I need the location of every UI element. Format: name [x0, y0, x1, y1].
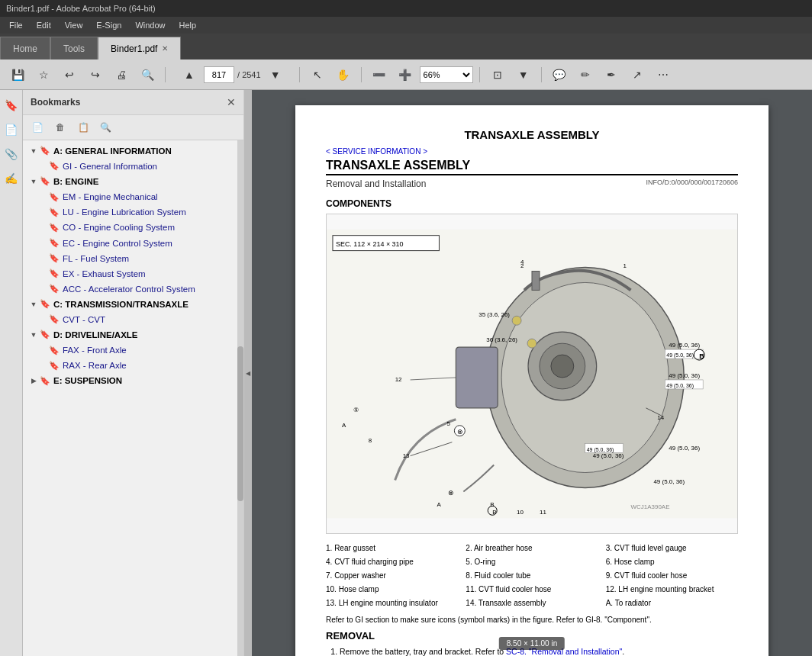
page-navigation: ▲ / 2541 ▼	[178, 64, 287, 85]
svg-text:11: 11	[540, 509, 546, 516]
svg-text:36 (3.6, 26): 36 (3.6, 26)	[486, 336, 517, 343]
signatures-panel-button[interactable]: ✍	[2, 169, 21, 188]
svg-text:13: 13	[403, 452, 410, 459]
sidebar-scroll-thumb[interactable]	[237, 346, 243, 501]
bookmark-label-lu: LU - Engine Lubrication System	[63, 206, 186, 218]
spacer-toggle-ex	[38, 268, 47, 280]
bookmark-item-a-general[interactable]: ▼ 🔖 A: GENERAL INFORMATION	[23, 143, 237, 159]
pdf-viewer[interactable]: TRANSAXLE ASSEMBLY < SERVICE INFORMATION…	[252, 90, 812, 656]
save-button[interactable]: 💾	[6, 64, 29, 85]
zoom-out-button[interactable]: ➖	[368, 64, 391, 85]
bookmark-item-ec[interactable]: 🔖 EC - Engine Control System	[32, 236, 237, 251]
title-bar-text: Binder1.pdf - Adobe Acrobat Pro (64-bit)	[6, 4, 156, 13]
menu-file[interactable]: File	[3, 19, 29, 31]
part-10: 10. Hose clamp	[326, 583, 458, 596]
menu-view[interactable]: View	[59, 19, 89, 31]
fit-button[interactable]: ⊡	[486, 64, 509, 85]
expand-icon-e[interactable]: ▶	[29, 375, 38, 387]
forward-button[interactable]: ↪	[84, 64, 107, 85]
bookmark-properties-button[interactable]: 📋	[73, 118, 93, 137]
next-page-button[interactable]: ▼	[264, 64, 287, 85]
bookmark-label-em: EM - Engine Mechanical	[63, 191, 158, 203]
bookmark-item-e-susp[interactable]: ▶ 🔖 E: SUSPENSION	[23, 373, 237, 388]
pdf-breadcrumb[interactable]: < SERVICE INFORMATION >	[326, 147, 738, 156]
bookmark-label-d-drive: D: DRIVELINE/AXLE	[53, 329, 138, 341]
zoom-in-button[interactable]: ➕	[394, 64, 417, 85]
sign-button[interactable]: ✒	[600, 64, 623, 85]
menu-edit[interactable]: Edit	[31, 19, 57, 31]
print-button[interactable]: 🖨	[110, 64, 133, 85]
bookmark-label-fax: FAX - Front Axle	[63, 344, 127, 356]
delete-bookmark-button[interactable]: 🗑	[50, 118, 70, 137]
bookmark-label-ec: EC - Engine Control System	[63, 237, 172, 249]
bookmark-item-rax[interactable]: 🔖 RAX - Rear Axle	[32, 358, 237, 373]
new-bookmark-button[interactable]: 📄	[27, 118, 47, 137]
svg-text:4: 4	[520, 259, 524, 265]
bookmark-item-c-trans[interactable]: ▼ 🔖 C: TRANSMISSION/TRANSAXLE	[23, 297, 237, 312]
bookmark-item-cvt[interactable]: 🔖 CVT - CVT	[32, 312, 237, 327]
collapse-icon-b[interactable]: ▼	[29, 175, 38, 188]
collapse-icon-c[interactable]: ▼	[29, 298, 38, 310]
bookmark-icon-b: 🔖	[40, 175, 50, 188]
collapse-icon-d[interactable]: ▼	[29, 329, 38, 341]
menu-help[interactable]: Help	[173, 19, 203, 31]
toolbar-separator-3	[361, 67, 362, 82]
bookmark-label-b-engine: B: ENGINE	[53, 175, 98, 188]
bookmark-item-b-engine[interactable]: ▼ 🔖 B: ENGINE	[23, 174, 237, 189]
collapse-icon[interactable]: ▼	[29, 145, 38, 157]
breadcrumb-link[interactable]: < SERVICE INFORMATION >	[326, 147, 427, 156]
tab-pdf[interactable]: Binder1.pdf ✕	[98, 37, 181, 59]
fit-dropdown-button[interactable]: ▼	[512, 64, 535, 85]
comment-button[interactable]: 💬	[548, 64, 571, 85]
prev-page-button[interactable]: ▲	[178, 64, 201, 85]
page-number-input[interactable]	[204, 66, 234, 83]
zoom-select[interactable]: 66% 50% 75% 100% 125% 150%	[420, 66, 473, 83]
pdf-components-label: COMPONENTS	[326, 198, 738, 209]
hand-tool-button[interactable]: ✋	[332, 64, 355, 85]
menu-esign[interactable]: E-Sign	[90, 19, 127, 31]
svg-text:10: 10	[517, 509, 524, 516]
bookmark-item-ex[interactable]: 🔖 EX - Exhaust System	[32, 266, 237, 281]
sidebar-scrollbar[interactable]	[237, 140, 243, 656]
attachments-panel-button[interactable]: 📎	[2, 145, 21, 163]
spacer-toggle-cvt	[38, 314, 47, 326]
pages-panel-button[interactable]: 📄	[2, 121, 21, 139]
svg-text:SEC. 112 × 214 × 310: SEC. 112 × 214 × 310	[336, 240, 404, 248]
bookmark-item-d-drive[interactable]: ▼ 🔖 D: DRIVELINE/AXLE	[23, 327, 237, 342]
bookmark-item-em[interactable]: 🔖 EM - Engine Mechanical	[32, 189, 237, 204]
svg-text:⊗: ⊗	[448, 489, 454, 497]
spacer-toggle	[38, 160, 47, 172]
sidebar: Bookmarks ✕ 📄 🗑 📋 🔍 ▼ 🔖 A: GENERAL INFOR…	[23, 90, 244, 656]
tab-home[interactable]: Home	[0, 37, 50, 59]
bookmark-item-fl[interactable]: 🔖 FL - Fuel System	[32, 251, 237, 266]
menu-window[interactable]: Window	[129, 19, 171, 31]
bookmark-icon-rax: 🔖	[49, 359, 60, 371]
toolbar-separator-4	[479, 67, 480, 82]
bookmark-icon-co: 🔖	[49, 221, 60, 233]
bookmark-options-button[interactable]: 🔍	[96, 118, 116, 137]
bookmark-item-acc[interactable]: 🔖 ACC - Accelerator Control System	[32, 281, 237, 297]
more-tools-button[interactable]: ⋯	[652, 64, 675, 85]
bookmark-item-co[interactable]: 🔖 CO - Engine Cooling System	[32, 220, 237, 235]
sidebar-close-button[interactable]: ✕	[227, 96, 236, 108]
bookmark-tree[interactable]: ▼ 🔖 A: GENERAL INFORMATION 🔖 GI - Genera…	[23, 140, 237, 656]
tab-tools[interactable]: Tools	[50, 37, 98, 59]
part-11: 11. CVT fluid cooler hose	[466, 583, 598, 596]
sidebar-collapse-handle[interactable]: ◀	[244, 90, 252, 656]
highlight-button[interactable]: ✏	[574, 64, 597, 85]
svg-text:35 (3.6, 26): 35 (3.6, 26)	[478, 311, 510, 318]
bookmark-item-lu[interactable]: 🔖 LU - Engine Lubrication System	[32, 204, 237, 220]
search-button[interactable]: 🔍	[136, 64, 159, 85]
pdf-diagram: SEC. 112 × 214 × 310 35 (3.6, 26) 36	[326, 214, 738, 534]
share-button[interactable]: ↗	[626, 64, 649, 85]
svg-text:12: 12	[395, 376, 402, 383]
bookmark-add-button[interactable]: ☆	[32, 64, 55, 85]
bookmark-label-ex: EX - Exhaust System	[63, 268, 146, 280]
bookmark-item-fax[interactable]: 🔖 FAX - Front Axle	[32, 342, 237, 358]
tab-close-icon[interactable]: ✕	[162, 44, 168, 53]
cursor-tool-button[interactable]: ↖	[306, 64, 329, 85]
bookmark-icon: 🔖	[40, 145, 50, 157]
bookmarks-panel-button[interactable]: 🔖	[2, 96, 21, 114]
bookmark-item-gi[interactable]: 🔖 GI - General Information	[32, 159, 237, 174]
back-button[interactable]: ↩	[58, 64, 81, 85]
